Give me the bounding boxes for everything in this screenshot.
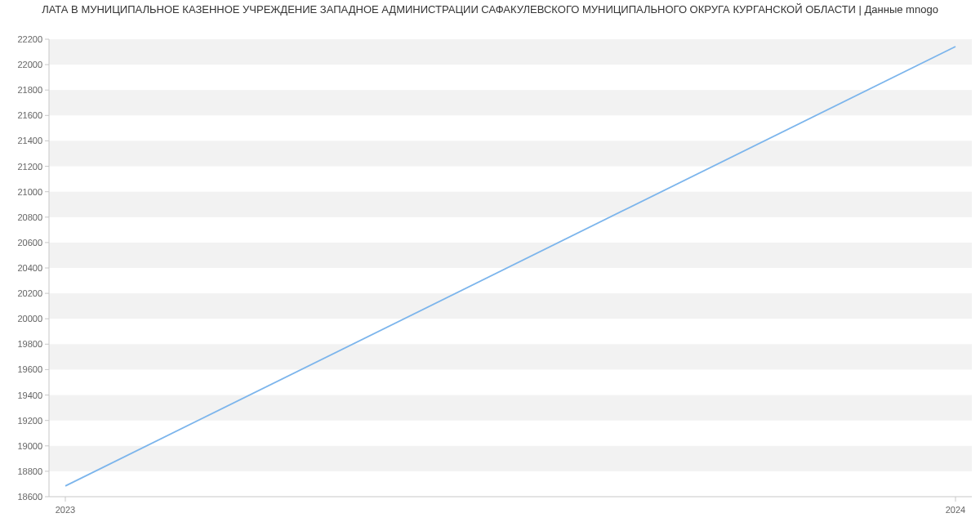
svg-text:19000: 19000 [17,441,42,451]
svg-rect-9 [49,446,972,471]
svg-text:21600: 21600 [17,110,42,120]
y-tick: 21800 [17,85,49,95]
y-tick: 21200 [17,162,49,172]
svg-text:18800: 18800 [17,466,42,476]
y-tick: 19800 [17,339,49,349]
x-tick: 2023 [56,497,75,515]
chart-title: ЛАТА В МУНИЦИПАЛЬНОЕ КАЗЕННОЕ УЧРЕЖДЕНИЕ… [0,3,980,16]
svg-rect-8 [49,395,972,421]
y-tick: 20400 [17,263,49,273]
svg-text:22200: 22200 [17,34,42,44]
y-tick: 19600 [17,364,49,374]
y-tick: 19000 [17,441,49,451]
y-grid-bands [49,39,972,471]
chart-plot-area: 18600 18800 19000 19200 19400 19600 1980… [0,23,980,531]
y-tick: 20200 [17,288,49,298]
x-axis: 2023 2024 [49,497,972,515]
y-tick: 18800 [17,466,49,476]
svg-rect-1 [49,39,972,65]
svg-text:20600: 20600 [17,238,42,248]
y-tick: 19400 [17,390,49,400]
svg-text:2023: 2023 [56,505,75,515]
svg-rect-7 [49,344,972,369]
x-tick: 2024 [946,497,965,515]
svg-text:20200: 20200 [17,288,42,298]
y-tick: 21600 [17,110,49,120]
svg-text:20000: 20000 [17,314,42,324]
svg-rect-5 [49,243,972,268]
svg-text:22000: 22000 [17,60,42,69]
svg-rect-3 [49,141,972,166]
svg-text:21200: 21200 [17,162,42,172]
svg-text:2024: 2024 [946,505,965,515]
y-tick: 20600 [17,238,49,248]
svg-text:19400: 19400 [17,390,42,400]
y-tick: 21000 [17,187,49,197]
svg-text:20400: 20400 [17,263,42,273]
y-tick: 22200 [17,34,49,44]
y-tick: 20000 [17,314,49,324]
svg-text:19800: 19800 [17,339,42,349]
svg-rect-6 [49,293,972,319]
svg-text:21400: 21400 [17,136,42,145]
svg-text:21000: 21000 [17,187,42,197]
svg-text:19200: 19200 [17,416,42,426]
y-tick: 21400 [17,136,49,145]
svg-text:18600: 18600 [17,492,42,502]
y-axis: 18600 18800 19000 19200 19400 19600 1980… [17,34,49,502]
svg-rect-2 [49,90,972,115]
y-tick: 22000 [17,60,49,69]
y-tick: 18600 [17,492,49,502]
svg-rect-4 [49,192,972,217]
y-tick: 20800 [17,212,49,222]
svg-text:20800: 20800 [17,212,42,222]
svg-text:21800: 21800 [17,85,42,95]
y-tick: 19200 [17,416,49,426]
svg-text:19600: 19600 [17,364,42,374]
